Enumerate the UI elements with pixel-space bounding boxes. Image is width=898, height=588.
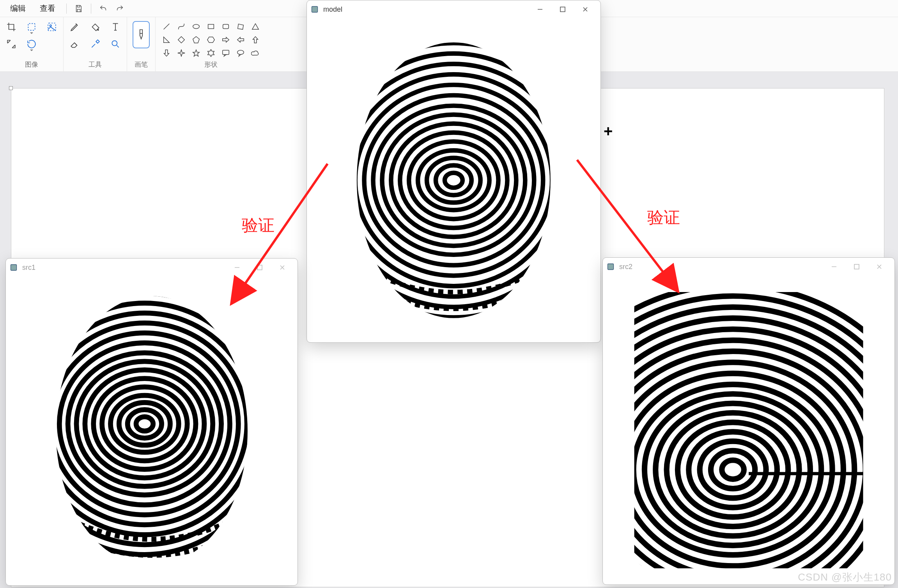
shape-4star[interactable] bbox=[176, 48, 187, 58]
titlebar-src1[interactable]: src1 bbox=[6, 259, 298, 276]
shape-pentagon[interactable] bbox=[191, 34, 202, 45]
window-content bbox=[603, 276, 894, 584]
window-src1[interactable]: src1 bbox=[5, 258, 298, 586]
bucket-button[interactable] bbox=[89, 21, 101, 33]
close-button[interactable] bbox=[271, 259, 294, 276]
shape-line[interactable] bbox=[161, 21, 172, 32]
redo-button[interactable] bbox=[112, 0, 128, 17]
shape-curve[interactable] bbox=[176, 21, 187, 32]
svg-point-14 bbox=[436, 165, 472, 195]
crop-icon bbox=[6, 22, 16, 32]
magnifier-icon bbox=[110, 39, 120, 49]
close-button[interactable] bbox=[868, 258, 891, 276]
svg-point-49 bbox=[722, 460, 744, 479]
svg-point-31 bbox=[136, 417, 153, 431]
shape-triangle[interactable] bbox=[250, 21, 261, 32]
shape-arrow-r[interactable] bbox=[220, 34, 231, 45]
svg-point-32 bbox=[128, 409, 161, 438]
maximize-button[interactable] bbox=[551, 0, 574, 18]
save-button[interactable] bbox=[71, 0, 87, 17]
titlebar-src2[interactable]: src2 bbox=[603, 258, 894, 276]
svg-rect-0 bbox=[28, 23, 35, 30]
svg-point-57 bbox=[634, 384, 832, 555]
resize-button[interactable] bbox=[5, 38, 17, 50]
shape-roundrect[interactable] bbox=[220, 21, 231, 32]
svg-point-3 bbox=[97, 29, 99, 30]
save-icon bbox=[74, 4, 83, 13]
pencil-button[interactable] bbox=[69, 21, 81, 33]
window-content bbox=[307, 18, 600, 342]
app-icon bbox=[311, 5, 319, 13]
svg-rect-10 bbox=[312, 7, 318, 12]
shape-rect[interactable] bbox=[205, 21, 216, 32]
close-button[interactable] bbox=[574, 0, 597, 18]
image-select-icon bbox=[47, 22, 57, 32]
svg-point-50 bbox=[711, 451, 755, 489]
select-button[interactable] bbox=[26, 21, 37, 33]
window-content bbox=[6, 276, 298, 585]
eraser-icon bbox=[70, 39, 80, 49]
rotate-button[interactable] bbox=[26, 38, 37, 50]
shape-rtriangle[interactable] bbox=[161, 34, 172, 45]
menu-view[interactable]: 查看 bbox=[33, 0, 62, 17]
canvas-handle[interactable] bbox=[9, 86, 13, 90]
svg-point-35 bbox=[102, 387, 187, 460]
svg-rect-8 bbox=[223, 50, 229, 55]
minimize-icon bbox=[831, 264, 837, 270]
text-icon bbox=[110, 22, 120, 32]
minimize-button[interactable] bbox=[823, 258, 845, 276]
shape-callrect[interactable] bbox=[220, 48, 231, 58]
shape-hexagon[interactable] bbox=[205, 34, 216, 45]
svg-rect-6 bbox=[208, 25, 214, 29]
shape-arrow-u[interactable] bbox=[250, 34, 261, 45]
menu-edit[interactable]: 编辑 bbox=[3, 0, 33, 17]
svg-point-4 bbox=[112, 41, 117, 46]
redo-icon bbox=[115, 4, 124, 13]
shape-arrow-d[interactable] bbox=[161, 48, 172, 58]
menu-divider bbox=[66, 4, 67, 14]
svg-point-39 bbox=[68, 353, 221, 495]
pencil-icon bbox=[70, 22, 80, 32]
resize-icon bbox=[6, 39, 16, 49]
picker-button[interactable] bbox=[89, 38, 101, 50]
svg-rect-28 bbox=[11, 265, 17, 271]
svg-point-17 bbox=[409, 142, 498, 219]
svg-point-13 bbox=[445, 173, 463, 188]
maximize-icon bbox=[560, 6, 566, 12]
crop-button[interactable] bbox=[5, 21, 17, 33]
maximize-button[interactable] bbox=[845, 258, 868, 276]
window-src2[interactable]: src2 bbox=[602, 257, 895, 585]
svg-point-9 bbox=[237, 50, 244, 55]
shape-arrow-l[interactable] bbox=[235, 34, 246, 45]
window-model[interactable]: model bbox=[306, 0, 601, 343]
magnifier-button[interactable] bbox=[110, 38, 121, 50]
window-title: src1 bbox=[22, 264, 35, 272]
shape-6star[interactable] bbox=[205, 48, 216, 58]
app-icon bbox=[607, 263, 615, 271]
fingerprint-image bbox=[18, 289, 286, 573]
shape-5star[interactable] bbox=[191, 48, 202, 58]
maximize-button[interactable] bbox=[248, 259, 271, 276]
shape-cloud[interactable] bbox=[250, 48, 261, 58]
undo-button[interactable] bbox=[95, 0, 112, 17]
group-label-shapes: 形状 bbox=[204, 60, 218, 69]
minimize-button[interactable] bbox=[529, 0, 551, 18]
image-select-button[interactable] bbox=[46, 21, 58, 33]
shapes-palette bbox=[161, 21, 261, 58]
shape-callround[interactable] bbox=[235, 48, 246, 58]
text-button[interactable] bbox=[110, 21, 121, 33]
shape-oval[interactable] bbox=[191, 21, 202, 32]
svg-point-2 bbox=[50, 25, 51, 27]
close-icon bbox=[279, 264, 285, 271]
eraser-button[interactable] bbox=[69, 38, 81, 50]
watermark: CSDN @张小生180 bbox=[798, 570, 892, 584]
titlebar-model[interactable]: model bbox=[307, 0, 600, 18]
shape-polygon[interactable] bbox=[235, 21, 246, 32]
brush-button[interactable] bbox=[133, 21, 150, 48]
shape-diamond[interactable] bbox=[176, 34, 187, 45]
ribbon-group-shapes: 形状 bbox=[155, 17, 266, 71]
maximize-icon bbox=[257, 264, 263, 271]
minimize-button[interactable] bbox=[226, 259, 248, 276]
fingerprint-image bbox=[319, 31, 589, 329]
select-icon bbox=[27, 22, 37, 32]
